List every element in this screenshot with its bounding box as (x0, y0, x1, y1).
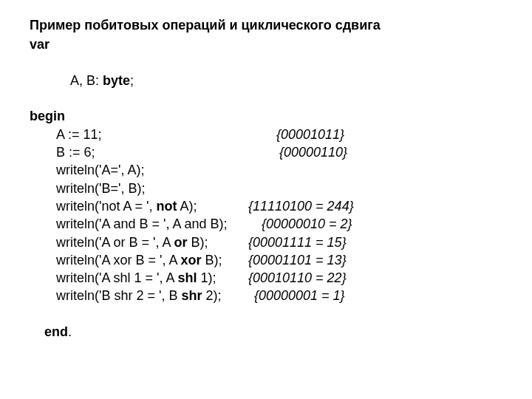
assign-b-comment: {00000110} (279, 143, 347, 161)
keyword-end: end (44, 324, 68, 339)
writeln-shl-line: writeln('A shl 1 = ', A shl 1); {0001011… (30, 269, 502, 287)
code-listing: Пример побитовых операций и циклического… (0, 0, 532, 359)
keyword-byte: byte (103, 73, 130, 88)
assign-b-code: B := 6; (56, 143, 279, 161)
assign-b-line: B := 6; {00000110} (30, 143, 502, 161)
writeln-shl-code: writeln('A shl 1 = ', A shl 1); (56, 269, 248, 287)
writeln-shl-comment: {00010110 = 22} (248, 269, 347, 287)
writeln-a: writeln('A=', A); (30, 161, 502, 179)
writeln-and-comment: {00000010 = 2} (262, 215, 352, 233)
writeln-shr-comment: {00000001 = 1} (254, 287, 345, 304)
writeln-or-line: writeln('A or B = ', A or B); {00001111 … (30, 233, 502, 251)
decl-suffix: ; (130, 73, 134, 88)
writeln-xor-comment: {00001101 = 13} (248, 251, 347, 269)
decl-prefix: A, B: (70, 73, 103, 88)
listing-title: Пример побитовых операций и циклического… (30, 16, 502, 34)
writeln-not-comment: {11110100 = 244} (248, 197, 354, 215)
writeln-shr-code: writeln('B shr 2 = ', B shr 2); (56, 287, 254, 304)
assign-a-line: A := 11; {00001011} (30, 126, 502, 143)
assign-a-comment: {00001011} (276, 126, 344, 143)
writeln-not-line: writeln('not A = ', not A); {11110100 = … (30, 197, 502, 215)
writeln-xor-line: writeln('A xor B = ', A xor B); {0000110… (30, 251, 502, 269)
writeln-or-comment: {00001111 = 15} (248, 233, 347, 251)
writeln-and-line: writeln('A and B = ', A and B); {0000001… (30, 215, 502, 233)
writeln-not-code: writeln('not A = ', not A); (56, 197, 248, 215)
writeln-xor-code: writeln('A xor B = ', A xor B); (56, 251, 248, 269)
keyword-var: var (30, 35, 502, 53)
assign-a-code: A := 11; (56, 126, 276, 143)
keyword-end-line: end. (30, 305, 502, 359)
keyword-begin: begin (30, 107, 502, 125)
writeln-shr-line: writeln('B shr 2 = ', B shr 2); {0000000… (30, 287, 502, 304)
writeln-b: writeln('B=', B); (30, 180, 502, 197)
writeln-and-code: writeln('A and B = ', A and B); (56, 215, 262, 233)
declaration-line: A, B: byte; (30, 54, 502, 108)
writeln-or-code: writeln('A or B = ', A or B); (56, 233, 248, 251)
